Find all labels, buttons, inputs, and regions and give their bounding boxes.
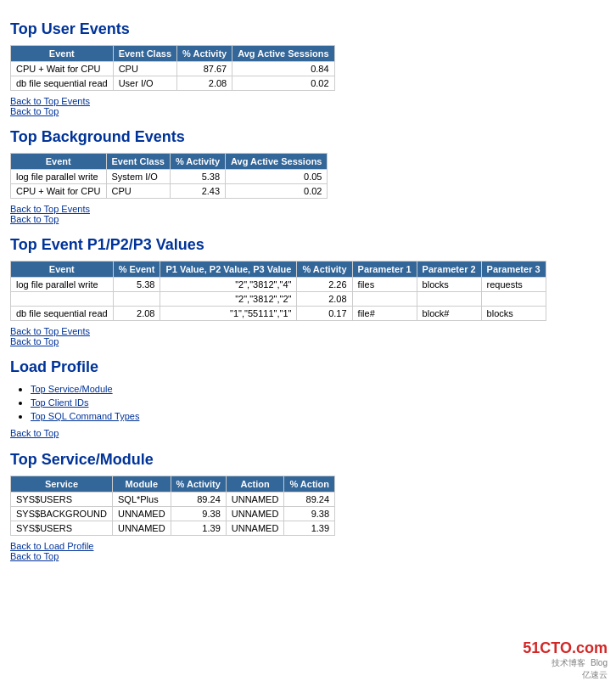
cell: 0.05 <box>226 170 328 184</box>
cell: 89.24 <box>171 493 226 507</box>
tep-col-param3: Parameter 3 <box>481 262 546 278</box>
tsm-col-activity: % Activity <box>171 476 226 493</box>
top-user-events-section: Top User Events Event Event Class % Acti… <box>10 20 606 116</box>
top-background-events-section: Top Background Events Event Event Class … <box>10 128 606 224</box>
back-to-top-events-link-1[interactable]: Back to Top Events <box>10 96 606 106</box>
cell: SYS$BACKGROUND <box>11 507 113 521</box>
cell: 9.38 <box>171 507 226 521</box>
cell <box>11 292 114 307</box>
tue-col-activity: % Activity <box>177 46 232 62</box>
cell <box>481 292 546 307</box>
list-item: Top Client IDs <box>31 397 606 408</box>
cell: 5.38 <box>170 170 225 184</box>
cell: file# <box>352 307 417 321</box>
tep-col-p1p2p3: P1 Value, P2 Value, P3 Value <box>160 262 297 278</box>
tep-col-param1: Parameter 1 <box>352 262 417 278</box>
cell: 89.24 <box>284 493 335 507</box>
load-profile-section: Load Profile Top Service/Module Top Clie… <box>10 358 606 439</box>
cell: blocks <box>417 278 481 292</box>
table-row: SYS$BACKGROUND UNNAMED 9.38 UNNAMED 9.38 <box>11 507 335 521</box>
cell: db file sequential read <box>11 307 114 321</box>
cell: log file parallel write <box>11 278 114 292</box>
cell: 0.17 <box>297 307 352 321</box>
tsm-col-action: Action <box>226 476 284 493</box>
back-to-top-link-3[interactable]: Back to Top <box>10 336 606 346</box>
table-row: "2","3812","2" 2.08 <box>11 292 546 307</box>
cell: 2.08 <box>297 292 352 307</box>
top-sql-command-types-link[interactable]: Top SQL Command Types <box>31 411 139 421</box>
table-row: log file parallel write System I/O 5.38 … <box>11 170 328 184</box>
cell: 2.08 <box>113 307 160 321</box>
tbe-col-class: Event Class <box>106 154 170 170</box>
cell: 87.67 <box>177 62 232 76</box>
tbe-col-event: Event <box>11 154 107 170</box>
list-item: Top SQL Command Types <box>31 410 606 422</box>
tsm-col-pct-action: % Action <box>284 476 335 493</box>
cell: 1.39 <box>284 521 335 536</box>
back-to-top-events-link-2[interactable]: Back to Top Events <box>10 204 606 214</box>
top-service-module-section: Top Service/Module Service Module % Acti… <box>10 451 606 561</box>
cell: block# <box>417 307 481 321</box>
list-item: Top Service/Module <box>31 383 606 395</box>
cell: 2.26 <box>297 278 352 292</box>
cell: "1","55111","1" <box>160 307 297 321</box>
load-profile-nav: Back to Top <box>10 427 606 439</box>
cell: "2","3812","4" <box>160 278 297 292</box>
table-row: log file parallel write 5.38 "2","3812",… <box>11 278 546 292</box>
cell: CPU + Wait for CPU <box>11 62 114 76</box>
tue-col-event: Event <box>11 46 114 62</box>
back-to-top-link-5[interactable]: Back to Top <box>10 551 606 561</box>
cell: 2.43 <box>170 184 225 199</box>
back-to-top-link-4[interactable]: Back to Top <box>10 428 59 438</box>
tsm-nav: Back to Load Profile Back to Top <box>10 541 606 561</box>
tsm-col-module: Module <box>112 476 171 493</box>
cell: requests <box>481 278 546 292</box>
cell: CPU <box>113 62 176 76</box>
cell: CPU + Wait for CPU <box>11 184 107 199</box>
cell: SYS$USERS <box>11 493 113 507</box>
cell: UNNAMED <box>226 507 284 521</box>
back-to-top-events-link-3[interactable]: Back to Top Events <box>10 326 606 336</box>
table-row: SYS$USERS SQL*Plus 89.24 UNNAMED 89.24 <box>11 493 335 507</box>
cell: log file parallel write <box>11 170 107 184</box>
tbe-col-activity: % Activity <box>170 154 225 170</box>
tue-nav: Back to Top Events Back to Top <box>10 96 606 116</box>
cell: db file sequential read <box>11 76 114 91</box>
tep-nav: Back to Top Events Back to Top <box>10 326 606 346</box>
top-event-p1p2p3-table: Event % Event P1 Value, P2 Value, P3 Val… <box>10 261 546 321</box>
tep-col-event: Event <box>11 262 114 278</box>
cell: 1.39 <box>171 521 226 536</box>
tue-col-class: Event Class <box>113 46 176 62</box>
back-to-top-link-2[interactable]: Back to Top <box>10 214 606 224</box>
cell: SQL*Plus <box>112 493 171 507</box>
cell: blocks <box>481 307 546 321</box>
cell: CPU <box>106 184 170 199</box>
tep-col-param2: Parameter 2 <box>417 262 481 278</box>
cell <box>352 292 417 307</box>
cell: UNNAMED <box>112 507 171 521</box>
cell: SYS$USERS <box>11 521 113 536</box>
tep-col-activity: % Activity <box>297 262 352 278</box>
top-service-module-title: Top Service/Module <box>10 451 606 469</box>
top-user-events-table: Event Event Class % Activity Avg Active … <box>10 45 335 91</box>
top-service-module-link[interactable]: Top Service/Module <box>31 384 113 394</box>
top-event-p1p2p3-section: Top Event P1/P2/P3 Values Event % Event … <box>10 236 606 346</box>
cell: 2.08 <box>177 76 232 91</box>
top-client-ids-link[interactable]: Top Client IDs <box>31 397 88 408</box>
table-row: db file sequential read 2.08 "1","55111"… <box>11 307 546 321</box>
load-profile-links: Top Service/Module Top Client IDs Top SQ… <box>31 383 606 422</box>
table-row: CPU + Wait for CPU CPU 87.67 0.84 <box>11 62 335 76</box>
cell: 5.38 <box>113 278 160 292</box>
cell: "2","3812","2" <box>160 292 297 307</box>
table-row: db file sequential read User I/O 2.08 0.… <box>11 76 335 91</box>
back-to-load-profile-link[interactable]: Back to Load Profile <box>10 541 606 551</box>
table-row: SYS$USERS UNNAMED 1.39 UNNAMED 1.39 <box>11 521 335 536</box>
cell: System I/O <box>106 170 170 184</box>
cell: User I/O <box>113 76 176 91</box>
top-service-module-table: Service Module % Activity Action % Actio… <box>10 476 335 536</box>
cell: 0.84 <box>232 62 334 76</box>
back-to-top-link-1[interactable]: Back to Top <box>10 106 606 116</box>
table-row: CPU + Wait for CPU CPU 2.43 0.02 <box>11 184 328 199</box>
tep-col-pct-event: % Event <box>113 262 160 278</box>
cell <box>113 292 160 307</box>
